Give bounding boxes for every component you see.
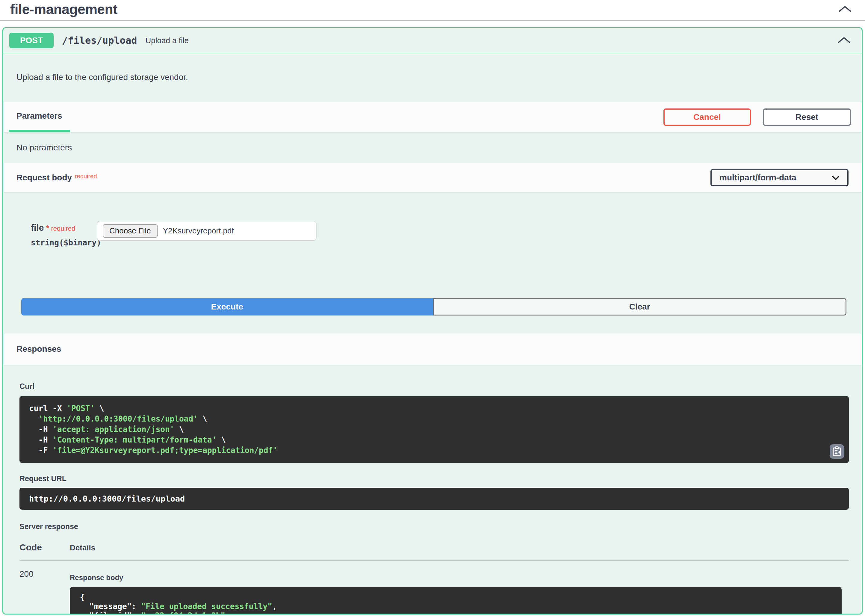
endpoint-summary: Upload a file [145,36,189,45]
curl-command-block: curl -X 'POST' \ 'http://0.0.0.0:3000/fi… [19,396,849,463]
server-response-label: Server response [19,522,849,531]
status-code: 200 [19,569,70,614]
parameters-actions: Cancel Reset [663,108,851,126]
file-input[interactable]: Choose File Y2Ksurveyreport.pdf [97,221,317,241]
reset-button[interactable]: Reset [763,108,851,126]
content-type-selected-value: multipart/form-data [719,173,796,182]
opblock-post-files-upload: POST /files/upload Upload a file Upload … [2,27,863,614]
no-parameters-text: No parameters [3,132,862,163]
tag-collapse-chevron-up-icon[interactable] [838,5,852,14]
request-body-label: Request bodyrequired [16,173,97,182]
responses-header: Responses [3,333,862,365]
opblock-header[interactable]: POST /files/upload Upload a file [3,28,862,53]
execute-button[interactable]: Execute [21,298,433,316]
file-parameter-name: file [31,223,44,233]
required-asterisk: * [46,223,49,233]
file-parameter-row: file*required string($binary) Choose Fil… [3,192,862,247]
code-column-header: Code [19,542,70,553]
server-response-table-header: Code Details [19,542,849,561]
curl-label: Curl [19,382,849,391]
server-response-table: Code Details 200 Response body { "messag… [19,542,849,614]
opblock-collapse-chevron-up-icon[interactable] [837,36,851,45]
page-title: file-management [10,1,118,17]
file-parameter-meta: file*required string($binary) [31,221,80,247]
tag-header: file-management [0,0,865,21]
endpoint-description: Upload a file to the configured storage … [3,53,862,102]
file-parameter-type: string($binary) [31,238,80,247]
parameters-bar: Parameters Cancel Reset [3,102,862,132]
page: file-management POST /files/upload Uploa… [0,0,865,614]
server-response-row: 200 Response body { "message": "File upl… [19,569,849,614]
tab-parameters[interactable]: Parameters [9,102,70,132]
request-body-required-badge: required [75,173,97,179]
response-details: Response body { "message": "File uploade… [70,569,849,614]
copy-to-clipboard-button[interactable] [830,444,844,459]
response-body-block: { "message": "File uploaded successfully… [70,587,841,614]
file-parameter-name-line: file*required [31,223,80,233]
content-type-select[interactable]: multipart/form-data [710,169,849,186]
cancel-button[interactable]: Cancel [663,108,751,126]
clear-button[interactable]: Clear [433,298,847,316]
response-body-label: Response body [70,574,849,582]
request-body-bar: Request bodyrequired multipart/form-data [3,163,862,192]
responses-body: Curl curl -X 'POST' \ 'http://0.0.0.0:30… [3,382,862,614]
details-column-header: Details [70,543,95,553]
request-url-block: http://0.0.0.0:3000/files/upload [19,488,849,510]
selected-file-name: Y2Ksurveyreport.pdf [163,226,234,236]
endpoint-path: /files/upload [62,35,137,46]
method-badge: POST [9,33,53,48]
execute-row: Execute Clear [21,298,846,316]
chevron-down-icon [832,173,840,182]
required-word: required [51,225,75,232]
request-url-label: Request URL [19,474,849,483]
choose-file-button[interactable]: Choose File [103,225,157,237]
